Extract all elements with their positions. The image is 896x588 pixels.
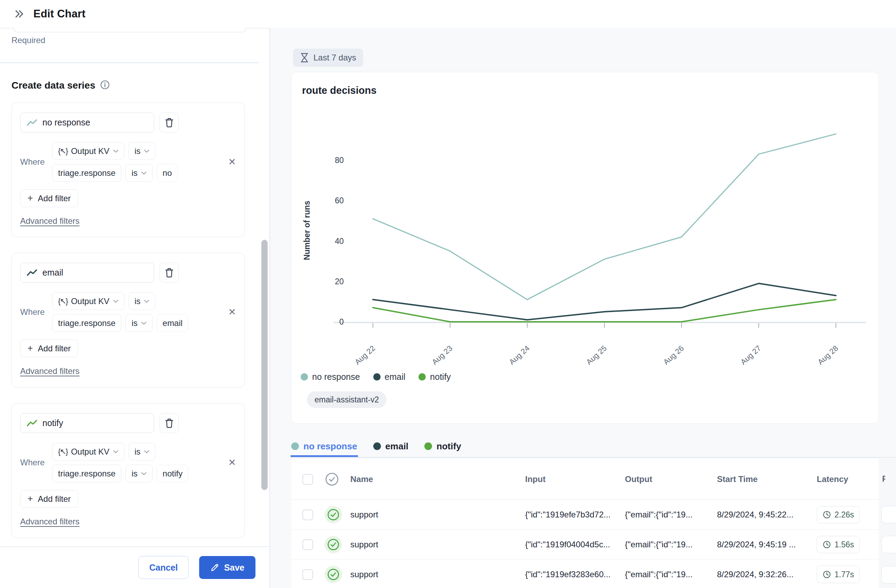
svg-text:Aug 25: Aug 25 <box>585 344 609 366</box>
chevron-down-icon <box>144 149 149 153</box>
advanced-filters-link[interactable]: Advanced filters <box>20 366 79 376</box>
svg-text:0: 0 <box>339 317 344 326</box>
filter-value-input[interactable]: notify <box>157 465 188 482</box>
success-status-icon <box>325 506 342 523</box>
trash-icon <box>165 418 174 428</box>
legend-dot <box>419 373 426 381</box>
model-tag: email-assistant-v2 <box>307 391 387 408</box>
filter-operator-dropdown[interactable]: is <box>129 443 155 460</box>
series-name-value: no response <box>43 117 90 128</box>
select-all-checkbox[interactable] <box>302 474 313 485</box>
table-row[interactable]: support {"id":"1919ef3283e60... {"email"… <box>291 559 879 588</box>
series-name-input[interactable]: notify <box>20 413 154 433</box>
clipped-column-header: F <box>882 474 885 484</box>
table-row[interactable]: support {"id":"1919efe7b3d72... {"email"… <box>291 500 879 530</box>
filter-operator-dropdown[interactable]: is <box>129 142 155 160</box>
series-card-email: email Where {↖} Output KV is <box>11 253 245 387</box>
run-output: {"email":{"id":"19... <box>625 530 693 559</box>
create-data-series-heading: Create data series <box>11 80 95 91</box>
tab-dot <box>424 442 432 450</box>
clipped-next-column: F <box>879 459 896 588</box>
run-name: support <box>350 559 378 588</box>
header-latency[interactable]: Latency <box>817 459 849 500</box>
svg-text:Aug 27: Aug 27 <box>739 344 763 366</box>
left-panel-scrollbar[interactable] <box>261 240 268 490</box>
clipped-cell-pill <box>881 536 896 553</box>
top-header: Edit Chart <box>0 0 896 28</box>
delete-series-button[interactable] <box>160 263 179 283</box>
filter-value-input[interactable]: no <box>157 164 178 182</box>
legend-item[interactable]: notify <box>419 372 451 382</box>
chevron-down-icon <box>141 321 147 325</box>
remove-filter-icon[interactable]: ✕ <box>228 308 236 317</box>
info-icon <box>100 80 110 91</box>
plus-icon: + <box>27 494 33 504</box>
run-start-time: 8/29/2024, 9:45:22... <box>717 500 794 530</box>
line-series-icon <box>27 119 37 126</box>
legend-item[interactable]: no response <box>301 372 360 382</box>
panel-footer: Cancel Save <box>0 546 269 588</box>
success-status-icon <box>325 566 342 583</box>
filter-key-input[interactable]: triage.response <box>52 465 121 482</box>
kv-icon: {↖} <box>58 147 67 156</box>
tab-no-response[interactable]: no response <box>291 436 357 457</box>
series-name-input[interactable]: no response <box>20 113 154 133</box>
tab-email[interactable]: email <box>373 436 409 457</box>
filter-key-input[interactable]: triage.response <box>52 314 121 332</box>
run-output: {"email":{"id":"19... <box>625 559 693 588</box>
filter-value-input[interactable]: email <box>157 314 188 332</box>
filter-sub-operator-dropdown[interactable]: is <box>125 164 152 182</box>
filter-sub-operator-dropdown[interactable]: is <box>125 314 152 332</box>
clipped-input-field[interactable] <box>14 28 246 32</box>
advanced-filters-link[interactable]: Advanced filters <box>20 517 79 527</box>
header-output[interactable]: Output <box>625 459 652 500</box>
filter-operator-dropdown[interactable]: is <box>129 292 155 310</box>
row-checkbox[interactable] <box>302 539 313 550</box>
run-input: {"id":"1919efe7b3d72... <box>525 500 611 530</box>
filter-field-dropdown[interactable]: {↖} Output KV <box>52 142 125 160</box>
header-name[interactable]: Name <box>350 459 373 500</box>
row-checkbox[interactable] <box>302 569 313 580</box>
table-row[interactable]: support {"id":"1919f04004d5c... {"email"… <box>291 530 879 559</box>
svg-text:Aug 24: Aug 24 <box>507 344 532 366</box>
filter-field-dropdown[interactable]: {↖} Output KV <box>52 292 125 310</box>
chart-legend: no response email notify <box>301 372 451 382</box>
series-name-input[interactable]: email <box>20 263 154 283</box>
tab-notify[interactable]: notify <box>424 436 461 457</box>
chevron-down-icon <box>144 300 149 303</box>
filter-key-input[interactable]: triage.response <box>52 164 121 182</box>
panel-divider <box>269 0 270 588</box>
run-name: support <box>350 500 378 530</box>
remove-filter-icon[interactable]: ✕ <box>228 157 236 167</box>
trash-icon <box>165 268 174 278</box>
filter-field-dropdown[interactable]: {↖} Output KV <box>52 443 125 460</box>
svg-text:Aug 26: Aug 26 <box>662 344 686 366</box>
kv-icon: {↖} <box>58 297 67 306</box>
remove-filter-icon[interactable]: ✕ <box>228 458 236 468</box>
save-button[interactable]: Save <box>199 556 256 579</box>
header-input[interactable]: Input <box>525 459 546 500</box>
row-checkbox[interactable] <box>302 509 313 520</box>
add-filter-button[interactable]: + Add filter <box>20 340 78 357</box>
collapse-panel-icon[interactable] <box>13 8 25 20</box>
add-filter-button[interactable]: + Add filter <box>20 490 78 508</box>
delete-series-button[interactable] <box>160 113 179 133</box>
header-start-time[interactable]: Start Time <box>717 459 758 500</box>
where-label: Where <box>20 458 44 468</box>
latency-badge: 1.56s <box>817 536 860 553</box>
line-chart: Aug 22Aug 23Aug 24Aug 25Aug 26Aug 27Aug … <box>292 72 879 424</box>
chart-card: Aug 22Aug 23Aug 24Aug 25Aug 26Aug 27Aug … <box>291 72 879 423</box>
legend-item[interactable]: email <box>373 372 405 382</box>
check-circle-icon <box>325 472 339 486</box>
status-column-icon <box>325 459 339 500</box>
hourglass-icon <box>300 52 309 63</box>
cancel-button[interactable]: Cancel <box>138 556 189 579</box>
advanced-filters-link[interactable]: Advanced filters <box>20 216 79 226</box>
filter-sub-operator-dropdown[interactable]: is <box>125 465 152 482</box>
svg-text:40: 40 <box>335 237 344 246</box>
run-input: {"id":"1919ef3283e60... <box>525 559 611 588</box>
chevron-down-icon <box>113 450 119 454</box>
add-filter-button[interactable]: + Add filter <box>20 189 78 207</box>
time-range-badge[interactable]: Last 7 days <box>293 49 363 67</box>
delete-series-button[interactable] <box>160 413 179 433</box>
